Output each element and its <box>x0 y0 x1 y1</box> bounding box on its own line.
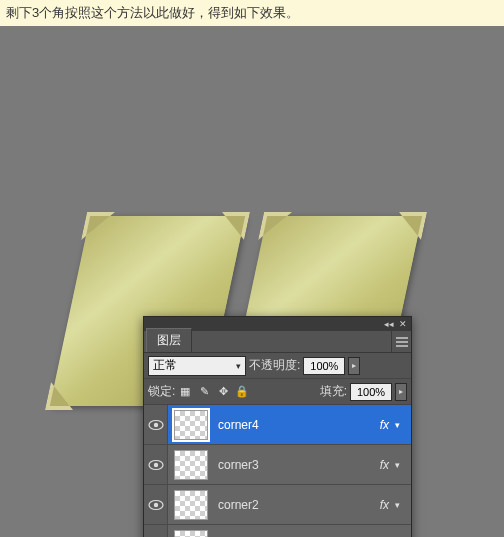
opacity-value: 100% <box>310 360 338 372</box>
svg-point-3 <box>153 462 157 466</box>
layer-row[interactable]: corner1fx▾ <box>144 525 411 537</box>
lock-label: 锁定: <box>148 383 175 400</box>
canvas-area: ◂◂ ✕ 图层 正常 ▾ 不透明度: 100% ▸ 锁定: <box>0 26 504 537</box>
layer-name: corner3 <box>218 458 259 472</box>
panel-tabs: 图层 <box>144 331 411 353</box>
panel-menu-button[interactable] <box>391 331 411 352</box>
layer-thumbnail[interactable] <box>174 530 208 538</box>
visibility-toggle[interactable] <box>144 405 168 444</box>
tab-layers[interactable]: 图层 <box>146 328 192 352</box>
chevron-right-icon: ▸ <box>352 361 356 370</box>
chevron-right-icon: ▸ <box>399 387 403 396</box>
lock-all-icon[interactable]: 🔒 <box>235 385 249 399</box>
layer-row[interactable]: corner2fx▾ <box>144 485 411 525</box>
lock-transparency-icon[interactable]: ▦ <box>178 385 192 399</box>
chevron-down-icon[interactable]: ▾ <box>395 460 407 470</box>
layer-thumbnail[interactable] <box>174 490 208 520</box>
layers-list: corner4fx▾corner3fx▾corner2fx▾corner1fx▾ <box>144 405 411 537</box>
eye-icon <box>148 459 164 471</box>
paper-corner-icon <box>45 382 79 410</box>
close-icon[interactable]: ✕ <box>398 319 408 329</box>
lock-pixels-icon[interactable]: ✎ <box>197 385 211 399</box>
fx-badge[interactable]: fx <box>380 458 389 472</box>
fill-input[interactable]: 100% <box>350 383 392 401</box>
blend-mode-value: 正常 <box>153 357 177 374</box>
layers-panel: ◂◂ ✕ 图层 正常 ▾ 不透明度: 100% ▸ 锁定: <box>143 316 412 537</box>
layer-thumbnail[interactable] <box>174 410 208 440</box>
layer-thumbnail[interactable] <box>174 450 208 480</box>
visibility-toggle[interactable] <box>144 485 168 524</box>
fill-label: 填充: <box>320 383 347 400</box>
layer-name: corner4 <box>218 418 259 432</box>
opacity-input[interactable]: 100% <box>303 357 345 375</box>
lock-icons-group: ▦ ✎ ✥ 🔒 <box>178 385 249 399</box>
chevron-down-icon[interactable]: ▾ <box>395 500 407 510</box>
caption-text: 剩下3个角按照这个方法以此做好，得到如下效果。 <box>6 5 299 20</box>
svg-point-1 <box>153 422 157 426</box>
fx-badge[interactable]: fx <box>380 498 389 512</box>
chevron-down-icon[interactable]: ▾ <box>395 420 407 430</box>
layer-name: corner2 <box>218 498 259 512</box>
opacity-label: 不透明度: <box>249 357 300 374</box>
menu-icon <box>396 337 408 347</box>
layer-row[interactable]: corner3fx▾ <box>144 445 411 485</box>
fill-flyout-button[interactable]: ▸ <box>395 383 407 401</box>
fill-value: 100% <box>357 386 385 398</box>
caption-bar: 剩下3个角按照这个方法以此做好，得到如下效果。 <box>0 0 504 26</box>
visibility-toggle[interactable] <box>144 445 168 484</box>
lock-position-icon[interactable]: ✥ <box>216 385 230 399</box>
chevron-down-icon: ▾ <box>236 361 241 371</box>
eye-icon <box>148 419 164 431</box>
lock-fill-row: 锁定: ▦ ✎ ✥ 🔒 填充: 100% ▸ <box>144 379 411 405</box>
layer-row[interactable]: corner4fx▾ <box>144 405 411 445</box>
blend-mode-select[interactable]: 正常 ▾ <box>148 356 246 376</box>
visibility-toggle[interactable] <box>144 525 168 537</box>
eye-icon <box>148 499 164 511</box>
opacity-flyout-button[interactable]: ▸ <box>348 357 360 375</box>
paper-corner-icon <box>81 212 115 240</box>
collapse-icon[interactable]: ◂◂ <box>384 319 394 329</box>
svg-point-5 <box>153 502 157 506</box>
fx-badge[interactable]: fx <box>380 418 389 432</box>
paper-corner-icon <box>258 212 292 240</box>
blend-opacity-row: 正常 ▾ 不透明度: 100% ▸ <box>144 353 411 379</box>
paper-corner-icon <box>393 212 427 240</box>
tab-label: 图层 <box>157 333 181 347</box>
paper-corner-icon <box>216 212 250 240</box>
